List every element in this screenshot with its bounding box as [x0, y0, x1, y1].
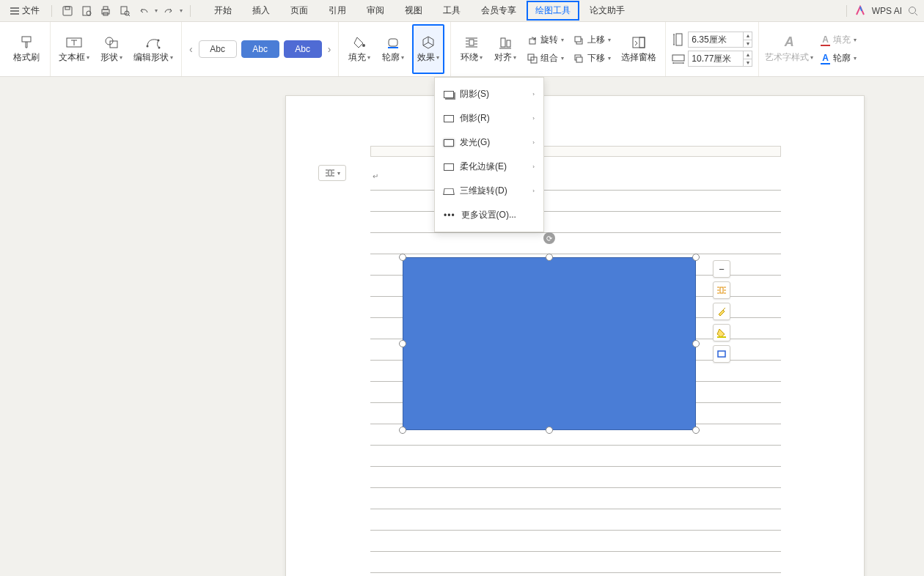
selection-pane-button[interactable]: 选择窗格 — [618, 24, 659, 74]
undo-button[interactable] — [136, 3, 152, 19]
rotate-handle[interactable]: ⟳ — [543, 232, 555, 244]
preset-1[interactable]: Abc — [199, 40, 237, 58]
group-wordart: A 艺术字样式▾ A填充▾ A轮廓▾ — [759, 22, 865, 76]
width-row: 10.77厘米 ▲▼ — [672, 51, 752, 67]
wrap-button[interactable]: 环绕▾ — [457, 24, 486, 74]
svg-rect-1 — [65, 7, 70, 10]
height-icon — [672, 33, 685, 46]
text-fill-button[interactable]: A填充▾ — [818, 32, 859, 48]
width-input[interactable]: 10.77厘米 — [688, 51, 744, 67]
ribbon: 格式刷 文本框▾ 形状▾ 编辑形状▾ ‹ Abc Abc Abc › 填充▾ 轮… — [0, 22, 924, 77]
menu-file[interactable]: 文件 — [6, 4, 44, 17]
group-style: 填充▾ 轮廓▾ 效果▾ — [339, 22, 451, 76]
float-outline-button[interactable] — [713, 345, 730, 363]
dd-more-settings[interactable]: •••更多设置(O)... — [435, 203, 543, 227]
effect-button[interactable]: 效果▾ — [412, 24, 444, 74]
rotate-button[interactable]: 旋转▾ — [524, 32, 567, 48]
svg-rect-30 — [633, 37, 645, 48]
chevron-right-icon: › — [532, 188, 535, 194]
edit-shape-button[interactable]: 编辑形状▾ — [131, 24, 175, 74]
resize-handle-ml[interactable] — [399, 340, 406, 347]
print-icon[interactable] — [98, 3, 114, 19]
search-doc-icon[interactable] — [117, 3, 133, 19]
tab-start[interactable]: 开始 — [204, 1, 242, 21]
separator — [846, 5, 847, 17]
resize-handle-bm[interactable] — [546, 427, 553, 434]
width-icon — [672, 52, 685, 65]
svg-rect-37 — [718, 351, 725, 357]
selected-shape[interactable]: ⟳ — [400, 254, 699, 433]
move-up-button[interactable]: 上移▾ — [571, 32, 614, 48]
svg-point-9 — [909, 7, 916, 13]
tab-review[interactable]: 审阅 — [356, 1, 395, 21]
preset-3[interactable]: Abc — [284, 40, 322, 58]
preset-prev[interactable]: ‹ — [188, 43, 194, 55]
float-fill-button[interactable] — [713, 324, 730, 341]
format-painter-button[interactable]: 格式刷 — [9, 24, 44, 74]
group-button[interactable]: 组合▾ — [524, 51, 567, 66]
title-bar: 文件 ▾ ▾ 开始 插入 页面 引用 审阅 视图 工具 会员专享 绘图工具 论文… — [0, 0, 924, 22]
text-outline-button[interactable]: A轮廓▾ — [818, 51, 859, 66]
resize-handle-tl[interactable] — [399, 254, 406, 261]
save-icon[interactable] — [59, 3, 76, 19]
resize-handle-mr[interactable] — [692, 340, 700, 347]
svg-rect-5 — [103, 7, 108, 10]
tab-thesis[interactable]: 论文助手 — [579, 1, 635, 21]
tab-page[interactable]: 页面 — [280, 1, 318, 21]
shape-float-toolbar: − — [713, 260, 730, 363]
svg-point-17 — [362, 44, 365, 47]
redo-dropdown[interactable]: ▾ — [180, 7, 183, 14]
group-format: 格式刷 — [3, 22, 51, 76]
tab-view[interactable]: 视图 — [395, 1, 433, 21]
outline-button[interactable]: 轮廓▾ — [378, 24, 408, 74]
tab-member[interactable]: 会员专享 — [471, 1, 527, 21]
resize-handle-tr[interactable] — [692, 254, 700, 261]
ribbon-tabs: 开始 插入 页面 引用 审阅 视图 工具 会员专享 绘图工具 论文助手 — [204, 1, 839, 21]
shapes-button[interactable]: 形状▾ — [96, 24, 127, 74]
svg-rect-22 — [507, 40, 510, 47]
float-layout-button[interactable] — [713, 281, 730, 299]
tab-insert[interactable]: 插入 — [242, 1, 280, 21]
dd-reflection[interactable]: 倒影(R) › — [435, 106, 543, 130]
svg-rect-7 — [121, 7, 127, 14]
dd-shadow[interactable]: 阴影(S) › — [435, 82, 543, 106]
dd-3d-rotate[interactable]: 三维旋转(D) › — [435, 179, 543, 203]
height-spinner[interactable]: ▲▼ — [744, 32, 752, 48]
float-collapse-button[interactable]: − — [713, 260, 730, 278]
resize-handle-tm[interactable] — [546, 254, 553, 261]
print-preview-icon[interactable] — [78, 3, 95, 19]
resize-handle-bl[interactable] — [399, 427, 406, 434]
move-down-button[interactable]: 下移▾ — [571, 51, 614, 66]
width-spinner[interactable]: ▲▼ — [744, 51, 752, 67]
height-row: 6.35厘米 ▲▼ — [672, 32, 752, 48]
dd-soft-edge[interactable]: 柔化边缘(E) › — [435, 155, 543, 179]
preset-2[interactable]: Abc — [241, 40, 279, 58]
search-icon[interactable] — [908, 6, 918, 16]
resize-handle-br[interactable] — [692, 427, 700, 434]
undo-dropdown[interactable]: ▾ — [155, 7, 158, 14]
wps-ai-label[interactable]: WPS AI — [872, 6, 902, 16]
art-style-button[interactable]: A 艺术字样式▾ — [765, 24, 813, 74]
layout-options-button[interactable]: ▾ — [318, 165, 346, 181]
svg-rect-19 — [388, 47, 398, 48]
dd-glow[interactable]: 发光(G) › — [435, 130, 543, 155]
svg-point-15 — [158, 39, 160, 41]
preset-next[interactable]: › — [326, 43, 333, 55]
ruler — [370, 146, 781, 157]
rectangle-shape[interactable] — [403, 257, 696, 430]
textbox-button[interactable]: 文本框▾ — [56, 24, 92, 74]
tab-reference[interactable]: 引用 — [318, 1, 356, 21]
align-button[interactable]: 对齐▾ — [491, 24, 520, 74]
redo-button[interactable] — [161, 3, 177, 19]
float-brush-button[interactable] — [713, 303, 730, 320]
tab-drawing-tools[interactable]: 绘图工具 — [527, 1, 579, 21]
fill-button[interactable]: 填充▾ — [345, 24, 374, 74]
rotate-group-col: 旋转▾ 组合▾ — [524, 32, 567, 66]
svg-rect-35 — [720, 287, 723, 293]
height-input[interactable]: 6.35厘米 — [688, 32, 744, 48]
svg-rect-31 — [639, 37, 645, 48]
chevron-right-icon: › — [532, 91, 535, 97]
separator — [190, 5, 191, 17]
svg-rect-10 — [22, 37, 31, 42]
tab-tools[interactable]: 工具 — [433, 1, 471, 21]
